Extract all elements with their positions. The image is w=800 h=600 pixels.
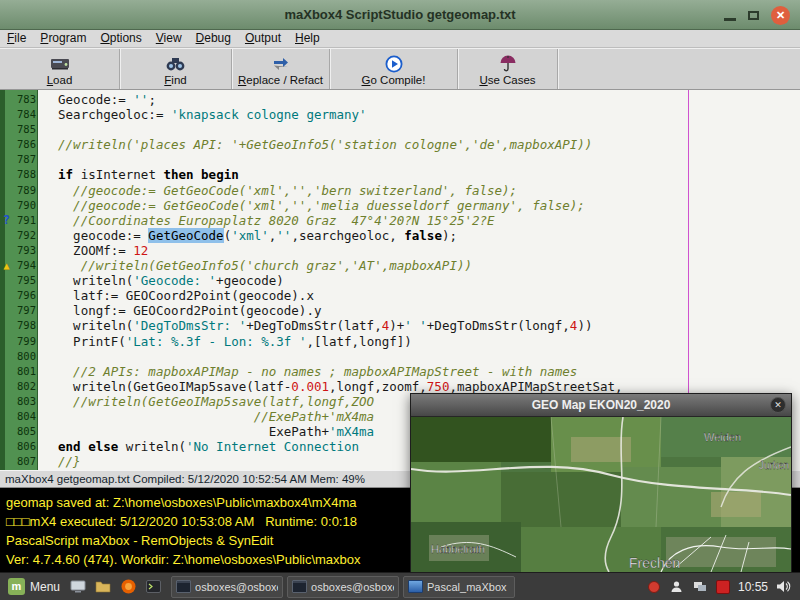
line-number: 806 [13, 439, 39, 454]
find-button[interactable]: Find [120, 49, 232, 89]
code-line[interactable]: ▲794 //writeln(GetGeoInfo5('church graz'… [0, 258, 800, 273]
task-button-label: Pascal_maXbox [427, 581, 507, 593]
task-button-osboxes-osboxe-[interactable]: osboxes@osboxe... [287, 576, 399, 598]
close-icon[interactable]: ✕ [771, 6, 790, 25]
find-icon [166, 54, 185, 73]
line-number: 785 [13, 122, 39, 137]
map-close-icon[interactable]: ✕ [770, 397, 786, 413]
load-icon [50, 54, 70, 73]
show-desktop-icon[interactable] [68, 577, 88, 597]
code-text: Searchgeoloc:= 'knapsack cologne germany… [39, 107, 367, 122]
menu-item-file[interactable]: File [0, 30, 33, 47]
map-titlebar[interactable]: GEO Map EKON20_2020 ✕ [411, 394, 791, 417]
code-line[interactable]: 800 [0, 349, 800, 364]
geo-map-window[interactable]: GEO Map EKON20_2020 ✕ We [410, 393, 792, 573]
terminal-icon [292, 580, 307, 593]
desktop: maXbox4 ScriptStudio getgeomap.txt ✕ Fil… [0, 0, 800, 600]
code-line[interactable]: 789 //geocode:= GetGeoCode('xml','','ber… [0, 183, 800, 198]
line-number: 795 [13, 273, 39, 288]
gutter-space [0, 167, 13, 182]
code-line[interactable]: 784 Searchgeoloc:= 'knapsack cologne ger… [0, 107, 800, 122]
code-text: if isInternet then begin [39, 167, 239, 182]
map-label: Habbelrath [431, 543, 485, 555]
gutter-space [0, 454, 13, 469]
code-line[interactable]: 797 longf:= GEOCoord2Point(geocode).y [0, 303, 800, 318]
maximize-icon[interactable] [748, 11, 759, 20]
code-text: writeln('Geocode: '+geocode) [39, 273, 284, 288]
replace-refact-label: Replace / Refact [238, 74, 323, 86]
code-line[interactable]: ?791 //Coordinates Europaplatz 8020 Graz… [0, 213, 800, 228]
task-button-label: osboxes@osboxe... [195, 581, 278, 593]
line-number: 796 [13, 288, 39, 303]
menu-item-help[interactable]: Help [288, 30, 327, 47]
terminal-icon[interactable] [143, 577, 163, 597]
code-line[interactable]: 802 writeln(GetGeoIMap5save(latf-0.001,l… [0, 379, 800, 394]
code-line[interactable]: 801 //2 APIs: mapboxAPIMap - no names ; … [0, 364, 800, 379]
code-text: //Coordinates Europaplatz 8020 Graz 47°4… [39, 213, 495, 228]
code-line[interactable]: 788 if isInternet then begin [0, 167, 800, 182]
taskbar: m Menu osboxes@osboxe...osboxes@osboxe..… [0, 572, 800, 600]
notification-badge[interactable] [715, 579, 731, 595]
code-line[interactable]: 786 //writeln('places API: '+GetGeoInfo5… [0, 137, 800, 152]
minimize-icon[interactable] [724, 18, 736, 21]
code-line[interactable]: 795 writeln('Geocode: '+geocode) [0, 273, 800, 288]
map-label: Weiden [704, 431, 741, 443]
code-text: Geocode:= ''; [39, 92, 156, 107]
volume-icon[interactable] [775, 579, 791, 595]
clock[interactable]: 10:55 [738, 580, 768, 594]
code-line[interactable]: 785 [0, 122, 800, 137]
code-text [39, 152, 43, 167]
menu-button[interactable]: m Menu [0, 573, 68, 600]
load-button[interactable]: Load [0, 49, 120, 89]
titlebar[interactable]: maXbox4 ScriptStudio getgeomap.txt ✕ [0, 0, 800, 30]
network-icon[interactable] [692, 579, 708, 595]
line-number: 783 [13, 92, 39, 107]
code-line[interactable]: 783 Geocode:= ''; [0, 92, 800, 107]
code-line[interactable]: 793 ZOOMf:= 12 [0, 243, 800, 258]
line-number: 799 [13, 334, 39, 349]
code-text: //ExePath+'mX4ma [39, 409, 374, 424]
line-number: 801 [13, 364, 39, 379]
line-number: 788 [13, 167, 39, 182]
line-number: 798 [13, 318, 39, 333]
line-number: 790 [13, 198, 39, 213]
go-compile-button[interactable]: Go Compile! [330, 49, 458, 89]
gutter-space [0, 334, 13, 349]
replace-icon [272, 54, 290, 73]
gutter-space [0, 122, 13, 137]
gutter-space [0, 152, 13, 167]
code-text: //geocode:= GetGeoCode('xml','','melia d… [39, 198, 585, 213]
line-number: 807 [13, 454, 39, 469]
menu-item-view[interactable]: View [149, 30, 189, 47]
replace-refact-button[interactable]: Replace / Refact [232, 49, 330, 89]
line-number: 800 [13, 349, 39, 364]
code-line[interactable]: 798 writeln('DegToDmsStr: '+DegToDmsStr(… [0, 318, 800, 333]
menu-item-debug[interactable]: Debug [189, 30, 238, 47]
gutter-space [0, 198, 13, 213]
menu-item-options[interactable]: Options [93, 30, 148, 47]
gutter-space [0, 303, 13, 318]
menu-item-output[interactable]: Output [238, 30, 288, 47]
code-text: ExePath+'mX4ma [39, 424, 374, 439]
line-number: 805 [13, 424, 39, 439]
gutter-space [0, 379, 13, 394]
task-button-pascal-maxbox[interactable]: Pascal_maXbox [403, 576, 515, 598]
code-line[interactable]: 792 geocode:= GetGeoCode('xml','',search… [0, 228, 800, 243]
gutter-space [0, 243, 13, 258]
code-line[interactable]: 799 PrintF('Lat: %.3f - Lon: %.3f ',[lat… [0, 334, 800, 349]
firefox-icon[interactable] [118, 577, 138, 597]
use-cases-button[interactable]: Use Cases [458, 49, 558, 89]
task-button-osboxes-osboxe-[interactable]: osboxes@osboxe... [171, 576, 283, 598]
code-line[interactable]: 796 latf:= GEOCoord2Point(geocode).x [0, 288, 800, 303]
menu-item-program[interactable]: Program [33, 30, 93, 47]
code-text: writeln(GetGeoIMap5save(latf-0.001,longf… [39, 379, 623, 394]
code-line[interactable]: 790 //geocode:= GetGeoCode('xml','','mel… [0, 198, 800, 213]
map-label: Frechen [629, 555, 680, 571]
code-line[interactable]: 787 [0, 152, 800, 167]
update-icon[interactable] [646, 579, 662, 595]
toolbar: Load Find Replace / Refact Go Compile! U… [0, 48, 800, 90]
files-icon[interactable] [93, 577, 113, 597]
user-icon[interactable] [669, 579, 685, 595]
menu-button-label: Menu [30, 580, 60, 594]
line-number: 797 [13, 303, 39, 318]
